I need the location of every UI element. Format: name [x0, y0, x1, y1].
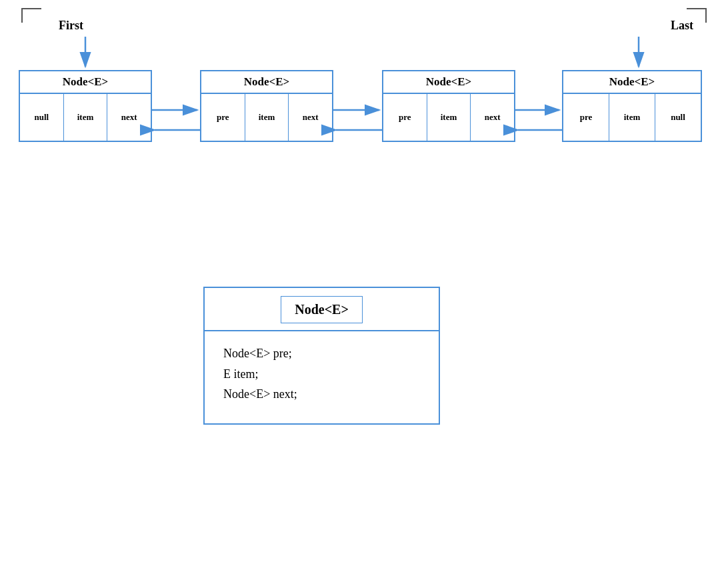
node-2-field-next: next	[289, 94, 332, 141]
list-section: First Last Node<E> null item next Node<E…	[0, 0, 728, 227]
class-header-wrapper: Node<E>	[205, 288, 439, 323]
diagram-area: First Last Node<E> null item next Node<E…	[0, 0, 728, 584]
node-4-field-null: null	[655, 94, 701, 141]
node-1-field-next: next	[107, 94, 151, 141]
node-3-field-pre: pre	[383, 94, 427, 141]
node-3-fields: pre item next	[383, 94, 514, 141]
class-box: Node<E> Node<E> pre; E item; Node<E> nex…	[203, 287, 440, 425]
node-4: Node<E> pre item null	[562, 70, 702, 142]
node-4-item-label: item	[624, 112, 641, 123]
node-1: Node<E> null item next	[19, 70, 152, 142]
node-2-next-label: next	[303, 112, 319, 123]
node-2-title: Node<E>	[201, 71, 332, 94]
last-label: Last	[671, 19, 693, 33]
node-3-item-label: item	[441, 112, 457, 123]
node-1-next-label: next	[121, 112, 137, 123]
node-4-pre-label: pre	[580, 112, 593, 123]
class-field-pre: Node<E> pre;	[223, 343, 420, 364]
node-2-pre-label: pre	[217, 112, 229, 123]
node-1-title: Node<E>	[20, 71, 151, 94]
node-1-item-label: item	[77, 112, 94, 123]
class-field-item: E item;	[223, 364, 420, 385]
class-section: Node<E> Node<E> pre; E item; Node<E> nex…	[203, 287, 440, 425]
node-1-field-item: item	[64, 94, 108, 141]
node-1-field-null: null	[20, 94, 64, 141]
node-3-field-next: next	[471, 94, 514, 141]
class-field-next: Node<E> next;	[223, 384, 420, 405]
node-2-field-item: item	[245, 94, 289, 141]
node-4-title: Node<E>	[563, 71, 701, 94]
node-3-field-item: item	[427, 94, 471, 141]
node-2-fields: pre item next	[201, 94, 332, 141]
first-label: First	[59, 19, 83, 33]
class-body: Node<E> pre; E item; Node<E> next;	[205, 331, 439, 423]
node-4-fields: pre item null	[563, 94, 701, 141]
class-header-inner: Node<E>	[281, 296, 363, 323]
node-2: Node<E> pre item next	[200, 70, 333, 142]
node-1-fields: null item next	[20, 94, 151, 141]
node-3-title: Node<E>	[383, 71, 514, 94]
node-2-field-pre: pre	[201, 94, 245, 141]
node-4-null-label: null	[671, 112, 685, 123]
node-2-item-label: item	[259, 112, 275, 123]
node-4-field-item: item	[609, 94, 655, 141]
first-bracket	[21, 8, 41, 23]
node-3-next-label: next	[485, 112, 501, 123]
node-1-null-label: null	[34, 112, 49, 123]
node-3: Node<E> pre item next	[382, 70, 515, 142]
node-3-pre-label: pre	[399, 112, 411, 123]
node-4-field-pre: pre	[563, 94, 609, 141]
